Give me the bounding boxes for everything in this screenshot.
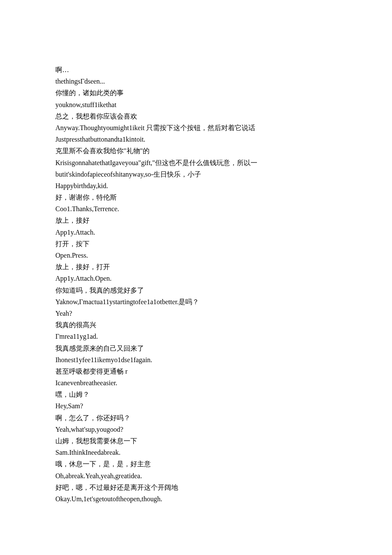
text-line: 克里斯不会喜欢我给你"礼物"的	[55, 145, 337, 157]
text-line: Hey,Sam?	[55, 400, 337, 412]
text-line: Yaknow,Γmactua11ystartingtofee1a1otbette…	[55, 296, 337, 308]
text-line: App1y.Attach.	[55, 227, 337, 238]
text-line: Ihonest1yfee11ikemyo1dse1fagain.	[55, 354, 337, 366]
text-line: Icanevenbreatheeasier.	[55, 377, 337, 389]
text-line: Γmrea11yg1ad.	[55, 331, 337, 342]
text-line: thethingsΓdseen...	[55, 76, 337, 87]
text-line: 好吧，嗯，不过最好还是离开这个开阔地	[55, 482, 337, 493]
text-line: Oh,abreak.Yeah,yeah,greatidea.	[55, 470, 337, 482]
text-line: 你懂的，诸如此类的事	[55, 87, 337, 99]
text-line: Okay.Um,1et'sgetoutoftheopen,though.	[55, 493, 337, 505]
text-line: Happybirthday,kid.	[55, 180, 337, 192]
text-line: youknow,stuff1ikethat	[55, 99, 337, 110]
text-line: 总之，我想着你应该会喜欢	[55, 110, 337, 122]
text-line: 嘿，山姆？	[55, 389, 337, 400]
text-line: butit'skindofapieceofshitanyway,so-生日快乐，…	[55, 169, 337, 180]
text-line: Yeah?	[55, 308, 337, 319]
text-line: Sam.IthinkIneedabreak.	[55, 447, 337, 458]
text-line: 放上，接好，打开	[55, 261, 337, 273]
document-page: 啊…thethingsΓdseen...你懂的，诸如此类的事youknow,st…	[0, 0, 392, 555]
text-line: 好，谢谢你，特伦斯	[55, 192, 337, 203]
text-line: 放上，接好	[55, 215, 337, 226]
text-line: 你知道吗，我真的感觉好多了	[55, 285, 337, 296]
text-line: Justpressthatbuttonandta1kintoit.	[55, 134, 337, 145]
text-line: Yeah,what'sup,yougood?	[55, 424, 337, 435]
text-line: 我真感觉原来的自己又回来了	[55, 343, 337, 354]
text-line: Open.Press.	[55, 250, 337, 261]
text-line: Anyway.Thoughtyoumight1ikeit 只需按下这个按钮，然后…	[55, 122, 337, 134]
text-line: 山姆，我想我需要休息一下	[55, 435, 337, 447]
text-line: App1y.Attach.Open.	[55, 273, 337, 284]
text-line: 打开，按下	[55, 238, 337, 250]
text-line: 啊，怎么了，你还好吗？	[55, 412, 337, 424]
text-line: 啊…	[55, 64, 337, 76]
text-line: 哦，休息一下，是，是，好主意	[55, 458, 337, 470]
text-line: KrisisgonnahatethatIgaveyoua"gift,"但这也不是…	[55, 157, 337, 169]
text-line: 甚至呼吸都变得更通畅 r	[55, 366, 337, 377]
text-line: 我真的很高兴	[55, 319, 337, 331]
text-line: Coo1.Thanks,Terrence.	[55, 203, 337, 215]
